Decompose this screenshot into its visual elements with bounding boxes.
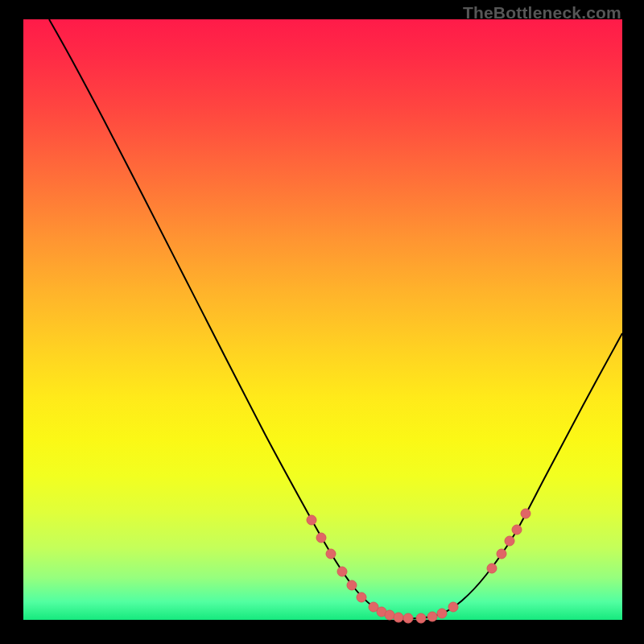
data-marker — [403, 613, 413, 623]
data-marker — [385, 610, 394, 620]
data-marker — [307, 515, 316, 525]
data-marker — [337, 567, 347, 576]
data-marker — [357, 592, 366, 602]
bottleneck-curve — [49, 19, 622, 618]
data-marker — [448, 602, 458, 612]
data-marker — [512, 525, 522, 535]
data-marker — [394, 613, 403, 622]
data-marker — [427, 612, 437, 621]
data-marker — [326, 549, 336, 559]
data-marker — [347, 580, 357, 590]
data-marker — [437, 609, 447, 618]
data-marker — [416, 613, 426, 623]
data-marker — [487, 564, 497, 573]
data-marker — [521, 509, 530, 518]
chart-svg — [23, 19, 622, 620]
data-marker — [497, 549, 506, 559]
data-marker — [505, 536, 514, 546]
data-marker — [316, 533, 326, 543]
